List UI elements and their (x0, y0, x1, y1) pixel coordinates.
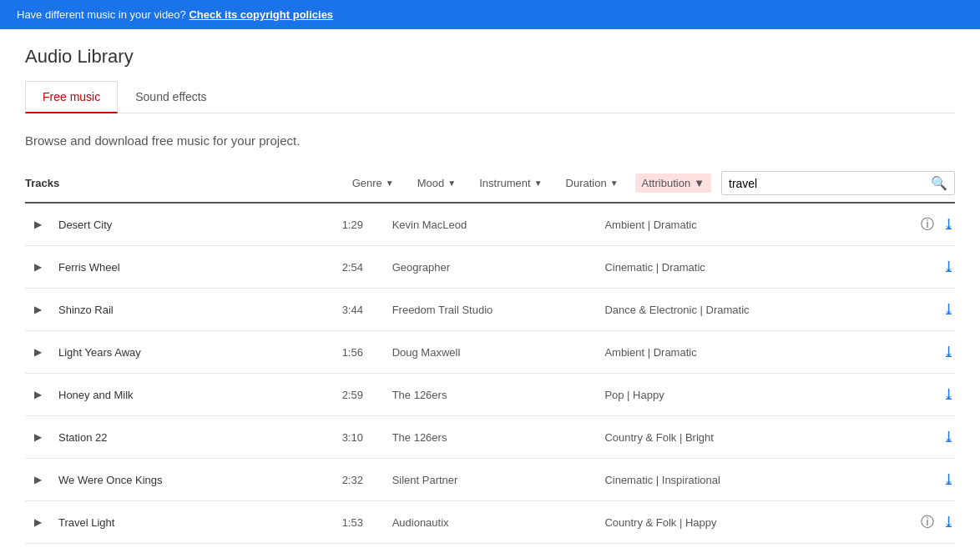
mood-chevron-icon: ▼ (447, 178, 456, 188)
track-actions-4: ⤓ (888, 385, 955, 404)
track-duration-6: 2:32 (342, 474, 392, 486)
track-name-3: Light Years Away (50, 346, 342, 359)
track-tags-1: Cinematic | Dramatic (604, 261, 888, 274)
tracks-table: ▶ Desert City 1:29 Kevin MacLeod Ambient… (25, 204, 955, 544)
track-duration-2: 3:44 (342, 304, 392, 316)
attribution-filter[interactable]: Attribution ▼ (635, 173, 711, 193)
banner-text: Have different music in your video? (17, 8, 186, 21)
tab-free-music[interactable]: Free music (25, 81, 118, 113)
info-icon-0[interactable]: ⓘ (921, 216, 934, 234)
page-title: Audio Library (25, 46, 955, 68)
track-row: ▶ Light Years Away 1:56 Doug Maxwell Amb… (25, 331, 955, 374)
track-artist-3: Doug Maxwell (392, 346, 605, 359)
search-icon[interactable]: 🔍 (931, 175, 947, 191)
track-name-4: Honey and Milk (50, 389, 342, 401)
download-icon-6[interactable]: ⤓ (942, 470, 955, 489)
track-row: ▶ Shinzo Rail 3:44 Freedom Trail Studio … (25, 289, 955, 331)
instrument-chevron-icon: ▼ (534, 178, 543, 188)
description-text: Browse and download free music for your … (25, 133, 955, 148)
track-actions-5: ⤓ (888, 428, 955, 446)
track-duration-3: 1:56 (342, 346, 392, 359)
track-actions-2: ⤓ (888, 300, 955, 319)
track-artist-6: Silent Partner (392, 474, 605, 486)
track-tags-6: Cinematic | Inspirational (604, 474, 888, 486)
track-duration-4: 2:59 (342, 389, 392, 401)
download-icon-1[interactable]: ⤓ (942, 258, 955, 276)
track-name-1: Ferris Wheel (50, 261, 342, 274)
track-actions-1: ⤓ (888, 258, 955, 276)
track-row: ▶ We Were Once Kings 2:32 Silent Partner… (25, 459, 955, 501)
track-artist-2: Freedom Trail Studio (392, 304, 605, 316)
track-artist-5: The 126ers (392, 431, 605, 444)
track-duration-1: 2:54 (342, 261, 392, 274)
track-row: ▶ Station 22 3:10 The 126ers Country & F… (25, 416, 955, 459)
track-artist-1: Geographer (392, 261, 605, 274)
track-name-7: Travel Light (50, 516, 342, 529)
track-duration-0: 1:29 (342, 219, 392, 231)
search-input[interactable] (729, 177, 931, 190)
track-actions-3: ⤓ (888, 343, 955, 361)
play-button-4[interactable]: ▶ (25, 389, 50, 400)
track-actions-6: ⤓ (888, 470, 955, 489)
track-artist-4: The 126ers (392, 389, 605, 401)
download-icon-3[interactable]: ⤓ (942, 343, 955, 361)
play-button-0[interactable]: ▶ (25, 219, 50, 230)
instrument-filter[interactable]: Instrument ▼ (472, 173, 548, 193)
track-tags-5: Country & Folk | Bright (604, 431, 888, 444)
tracks-label: Tracks (25, 177, 92, 189)
track-tags-2: Dance & Electronic | Dramatic (604, 304, 888, 316)
track-row: ▶ Honey and Milk 2:59 The 126ers Pop | H… (25, 374, 955, 416)
track-actions-7: ⓘ ⤓ (888, 513, 955, 531)
download-icon-5[interactable]: ⤓ (942, 428, 955, 446)
genre-chevron-icon: ▼ (386, 178, 394, 188)
info-icon-7[interactable]: ⓘ (921, 514, 934, 531)
top-banner: Have different music in your video? Chec… (0, 0, 980, 29)
track-artist-7: Audionautix (392, 516, 605, 529)
track-duration-5: 3:10 (342, 431, 392, 444)
mood-filter[interactable]: Mood ▼ (411, 173, 462, 193)
tab-sound-effects[interactable]: Sound effects (118, 81, 224, 113)
track-row: ▶ Desert City 1:29 Kevin MacLeod Ambient… (25, 204, 955, 246)
duration-filter[interactable]: Duration ▼ (559, 173, 625, 193)
play-button-1[interactable]: ▶ (25, 261, 50, 273)
track-tags-4: Pop | Happy (604, 389, 888, 401)
track-name-6: We Were Once Kings (50, 474, 342, 486)
track-name-0: Desert City (50, 219, 342, 231)
track-tags-7: Country & Folk | Happy (604, 516, 888, 529)
search-box[interactable]: 🔍 (721, 171, 955, 195)
banner-link[interactable]: Check its copyright policies (189, 8, 333, 21)
play-button-5[interactable]: ▶ (25, 431, 50, 443)
track-tags-0: Ambient | Dramatic (604, 219, 888, 231)
download-icon-7[interactable]: ⤓ (942, 513, 955, 531)
filters-row: Tracks Genre ▼ Mood ▼ Instrument ▼ Durat… (25, 164, 955, 204)
track-artist-0: Kevin MacLeod (392, 219, 605, 231)
genre-filter[interactable]: Genre ▼ (346, 173, 401, 193)
track-tags-3: Ambient | Dramatic (604, 346, 888, 359)
attribution-chevron-icon: ▼ (694, 177, 705, 189)
track-row: ▶ Ferris Wheel 2:54 Geographer Cinematic… (25, 246, 955, 289)
play-button-2[interactable]: ▶ (25, 304, 50, 315)
track-actions-0: ⓘ ⤓ (888, 215, 955, 234)
play-button-3[interactable]: ▶ (25, 346, 50, 358)
play-button-7[interactable]: ▶ (25, 516, 50, 528)
track-duration-7: 1:53 (342, 516, 392, 529)
main-content: Audio Library Free music Sound effects B… (0, 29, 980, 548)
download-icon-2[interactable]: ⤓ (942, 300, 955, 319)
track-name-2: Shinzo Rail (50, 304, 342, 316)
duration-chevron-icon: ▼ (610, 178, 619, 188)
track-row: ▶ Travel Light 1:53 Audionautix Country … (25, 501, 955, 544)
download-icon-0[interactable]: ⤓ (942, 215, 955, 234)
download-icon-4[interactable]: ⤓ (942, 385, 955, 404)
tabs-container: Free music Sound effects (25, 81, 955, 113)
track-name-5: Station 22 (50, 431, 342, 444)
play-button-6[interactable]: ▶ (25, 474, 50, 485)
